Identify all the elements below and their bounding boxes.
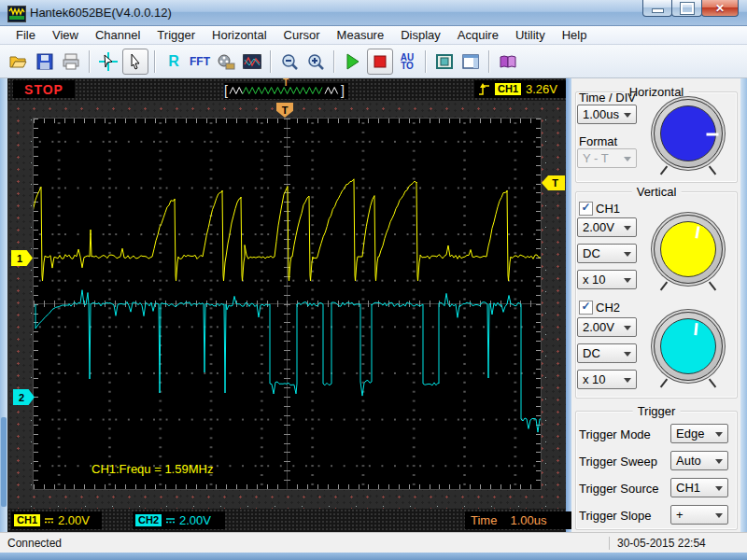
ch2-position-knob[interactable] bbox=[654, 312, 723, 381]
menu-item-cursor[interactable]: Cursor bbox=[275, 26, 329, 44]
chevron-down-icon bbox=[715, 486, 723, 495]
chevron-down-icon bbox=[624, 252, 631, 260]
ch1-ground-marker[interactable]: 1 bbox=[11, 250, 33, 266]
horizontal-knob-face bbox=[660, 105, 716, 161]
toolbar-separator bbox=[154, 50, 156, 73]
ch1-position-knob[interactable] bbox=[654, 215, 723, 284]
print-button[interactable] bbox=[59, 49, 83, 74]
knob-pointer bbox=[695, 226, 699, 238]
ch2-dc-coupling-icon bbox=[165, 516, 176, 525]
datetime-status: 30-05-2015 22:54 bbox=[609, 537, 729, 550]
trigger-mode-select[interactable]: Edge bbox=[670, 424, 728, 443]
time-div-label: Time / DIV bbox=[579, 91, 636, 105]
menu-item-help[interactable]: Help bbox=[554, 26, 596, 44]
ch1-volts-select[interactable]: 2.00V bbox=[577, 217, 637, 237]
toolbar-separator bbox=[89, 50, 91, 73]
time-div-select[interactable]: 1.00us bbox=[577, 105, 637, 124]
zoom-in-button[interactable] bbox=[303, 49, 328, 74]
menu-item-file[interactable]: File bbox=[7, 26, 44, 44]
title-bar: Hantek6052BE(V4.0.0.12) ✕ bbox=[0, 0, 747, 26]
chevron-down-icon bbox=[715, 513, 723, 522]
ch2-coupling-select[interactable]: DC bbox=[577, 343, 637, 363]
menu-item-view[interactable]: View bbox=[44, 26, 87, 44]
trigger-sweep-select[interactable]: Auto bbox=[670, 451, 728, 470]
chevron-down-icon bbox=[624, 378, 631, 386]
trigger-source-select[interactable]: CH1 bbox=[670, 478, 728, 497]
help-button[interactable] bbox=[496, 49, 520, 74]
window-left-border bbox=[0, 78, 7, 532]
ch1-badge: CH1 bbox=[14, 514, 40, 526]
menu-item-horizontal[interactable]: Horizontal bbox=[204, 26, 275, 44]
preview-trigger-marker[interactable]: T bbox=[283, 77, 289, 88]
trigger-info-box: CH1 3.26V bbox=[474, 80, 566, 98]
trigger-slope-select[interactable]: + bbox=[670, 505, 728, 525]
stop-button[interactable] bbox=[367, 49, 393, 75]
knob-pointer bbox=[694, 323, 698, 335]
menu-item-measure[interactable]: Measure bbox=[329, 26, 393, 44]
track-cursor-button[interactable] bbox=[96, 49, 120, 74]
start-button[interactable] bbox=[341, 49, 365, 74]
ch2-volts-select[interactable]: 2.00V bbox=[577, 317, 637, 337]
video-button[interactable] bbox=[214, 49, 238, 74]
ch2-scale-box: CH2 2.00V bbox=[133, 511, 225, 529]
ch1-volts-per-div: 2.00V bbox=[58, 513, 90, 527]
ch1-dc-coupling-icon bbox=[44, 516, 54, 525]
horizontal-trigger-position-marker[interactable]: T bbox=[276, 103, 293, 118]
close-icon: ✕ bbox=[715, 2, 725, 15]
trigger-slope-label: Trigger Slope bbox=[579, 509, 652, 523]
time-per-div: 1.00us bbox=[510, 513, 546, 527]
open-button[interactable] bbox=[7, 49, 31, 74]
menu-item-channel[interactable]: Channel bbox=[87, 26, 148, 44]
menu-item-display[interactable]: Display bbox=[392, 26, 449, 44]
menu-item-acquire[interactable]: Acquire bbox=[449, 26, 507, 44]
window-right-border bbox=[740, 78, 747, 532]
graticule[interactable]: CH1:Frequ = 1.59MHz bbox=[33, 118, 542, 490]
ch2-badge: CH2 bbox=[135, 514, 162, 526]
ch2-ground-marker[interactable]: 2 bbox=[13, 389, 35, 405]
acquisition-info-bar: STOP [ ] T CH1 3.26V bbox=[7, 78, 566, 101]
format-label: Format bbox=[579, 134, 617, 148]
trigger-level-marker[interactable]: T bbox=[542, 175, 565, 190]
horizontal-position-knob[interactable] bbox=[654, 99, 723, 168]
ch1-trace bbox=[34, 179, 541, 281]
save-button[interactable] bbox=[33, 49, 57, 74]
chevron-down-icon bbox=[624, 326, 631, 334]
pointer-button[interactable] bbox=[122, 49, 148, 75]
vertical-group-title: Vertical bbox=[632, 185, 682, 199]
auto-set-button[interactable]: AUTO bbox=[395, 49, 419, 74]
ch1-coupling-select[interactable]: DC bbox=[577, 244, 637, 263]
timebase-box: Time 1.00us bbox=[465, 511, 573, 529]
menu-bar: FileViewChannelTriggerHorizontalCursorMe… bbox=[0, 26, 747, 45]
ch2-probe-select[interactable]: x 10 bbox=[577, 370, 637, 389]
full-screen-button[interactable] bbox=[432, 49, 457, 74]
ch1-scale-box: CH1 2.00V bbox=[11, 511, 102, 529]
scroll-thumb[interactable] bbox=[1, 417, 7, 507]
maximize-icon bbox=[681, 3, 694, 14]
menu-item-trigger[interactable]: Trigger bbox=[148, 26, 204, 44]
knob-pointer bbox=[707, 133, 719, 136]
trigger-source-label: Trigger Source bbox=[579, 482, 659, 496]
toolbar-separator bbox=[270, 50, 272, 73]
trigger-sweep-label: Trigger Sweep bbox=[579, 455, 657, 469]
chevron-down-icon bbox=[624, 278, 631, 287]
refresh-button[interactable]: R bbox=[162, 49, 186, 74]
close-button[interactable]: ✕ bbox=[701, 0, 739, 17]
toolbar-separator bbox=[333, 50, 335, 73]
measurement-annotation: CH1:Frequ = 1.59MHz bbox=[92, 462, 213, 476]
ch1-probe-select[interactable]: x 10 bbox=[577, 270, 637, 289]
trigger-edge-icon bbox=[478, 82, 490, 97]
menu-item-utility[interactable]: Utility bbox=[507, 26, 554, 44]
maximize-button[interactable] bbox=[671, 0, 702, 17]
ch2-enable-checkbox[interactable]: ✓ bbox=[579, 301, 593, 315]
fft-button[interactable]: FFT bbox=[188, 49, 212, 74]
scope-display: CH1:Frequ = 1.59MHz T T 1 2 bbox=[7, 101, 566, 509]
ch1-enable-checkbox[interactable]: ✓ bbox=[579, 202, 593, 216]
window-layout-button[interactable] bbox=[458, 49, 483, 74]
toolbar: R FFT AUTO bbox=[0, 45, 747, 78]
trigger-level-value: 3.26V bbox=[526, 82, 557, 96]
waveform-window-button[interactable] bbox=[240, 49, 264, 74]
zoom-out-button[interactable] bbox=[277, 49, 302, 74]
app-window: Hantek6052BE(V4.0.0.12) ✕ FileViewChanne… bbox=[0, 0, 747, 560]
minimize-button[interactable] bbox=[642, 0, 672, 17]
time-label: Time bbox=[471, 513, 497, 527]
